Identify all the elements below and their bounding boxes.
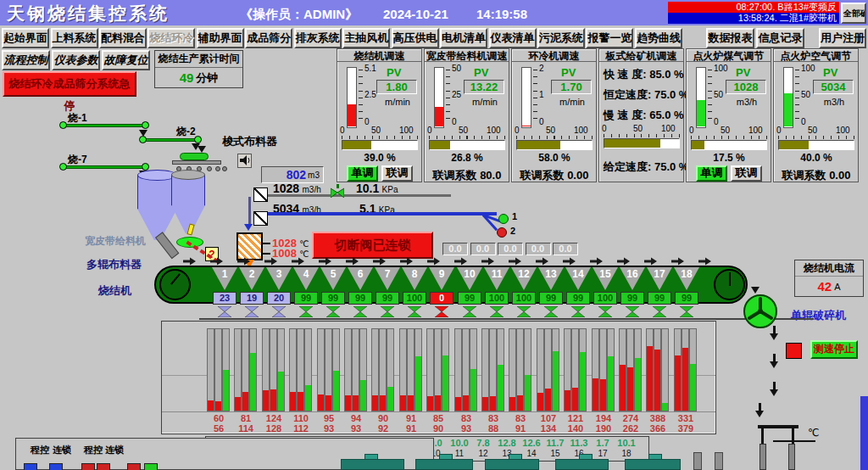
- chart-temp2-value: 93: [452, 423, 481, 434]
- chart-temp1-value: 331: [671, 413, 700, 423]
- chart-temp2-value: 91: [397, 423, 426, 434]
- single-mode-button[interactable]: 单调: [696, 165, 727, 182]
- menu-tab-14[interactable]: 趋势曲线: [635, 28, 682, 48]
- windbox-index: 17: [590, 449, 615, 458]
- linked-coeff-label: 联调系数 0.00: [512, 168, 597, 183]
- scale-max: 100: [714, 64, 728, 73]
- menu-tab-9[interactable]: 高压供电: [392, 28, 439, 48]
- pv-value: 1.70: [551, 80, 592, 94]
- menu-tab-13[interactable]: 报警一览: [586, 28, 633, 48]
- setpoint-percent: 17.5 %: [687, 152, 771, 164]
- pv-unit: m3/h: [815, 97, 854, 107]
- spare-value-box-1: 0.0: [442, 243, 468, 255]
- bar-temp1: [537, 393, 543, 411]
- menu-user-register[interactable]: 用户注册: [819, 28, 866, 48]
- windbox-number-12: 12: [515, 268, 532, 280]
- prog-indicator-2[interactable]: [49, 463, 63, 470]
- menu-tab-10[interactable]: 电机清单: [440, 28, 487, 48]
- linked-mode-button[interactable]: 联调: [381, 165, 413, 182]
- pv-label: PV: [823, 66, 837, 79]
- prog-indicator-6[interactable]: [144, 463, 158, 470]
- menu-tab-6[interactable]: 成品筛分: [245, 28, 292, 48]
- menu-report-2[interactable]: 信息记录: [756, 28, 804, 48]
- scale-mid: 25: [452, 90, 461, 99]
- down-arrow-icon: [770, 361, 778, 372]
- flow-meter-icon: [253, 211, 268, 226]
- prog-indicator-3[interactable]: [81, 463, 95, 470]
- menu-tab-8[interactable]: 主抽风机: [342, 28, 390, 48]
- flow-arrow-icon: [590, 256, 604, 265]
- prog-indicator-4[interactable]: [97, 463, 110, 470]
- windbox-value-16: 99: [620, 292, 644, 305]
- prog-indicator-1[interactable]: [24, 463, 37, 470]
- linked-mode-button[interactable]: 联调: [731, 165, 762, 182]
- flow-arrow-icon: [454, 256, 468, 265]
- bar-temp2: [545, 389, 551, 411]
- flow-arrow-icon: [237, 256, 251, 265]
- down-arrow-icon: [139, 130, 147, 141]
- windbox-valve-icon-3: [272, 306, 286, 317]
- windbox-number-13: 13: [542, 268, 559, 280]
- chart-temp1-value: 85: [424, 413, 453, 423]
- gas-tank-volume-unit: m3: [308, 171, 320, 180]
- crusher-stop-indicator[interactable]: [786, 343, 802, 359]
- pv-value: 1028: [726, 80, 766, 94]
- alarm-banner[interactable]: 08:27:00. B路13#变频反 13:58:24. 二混1#胶带机: [668, 2, 839, 24]
- instrument-params-button[interactable]: 仪表参数: [52, 50, 100, 70]
- setpoint-bar-fill: [604, 139, 660, 148]
- pv-value: 5034: [813, 80, 854, 94]
- wide-belt-feeder-label: 宽皮带给料机: [85, 234, 146, 249]
- blue-edge-strip: [860, 396, 868, 470]
- prog-indicator-5[interactable]: [127, 463, 141, 470]
- windbox-value-6: 99: [348, 292, 372, 305]
- ruler-50: 50: [546, 126, 555, 135]
- spare-value-box-4: 0.0: [526, 243, 551, 255]
- menu-tab-12[interactable]: 污泥系统: [537, 28, 585, 48]
- windbox-index: 18: [614, 449, 639, 458]
- chart-temp1-value: 274: [616, 413, 645, 423]
- title-bar: 天钢烧结集控系统 《操作员：ADMIN》 2024-10-21 14:19:58…: [0, 0, 868, 25]
- windbox-valve-icon-15: [598, 306, 612, 317]
- chart-temp2-value: 93: [342, 423, 370, 434]
- emergency-stop-button[interactable]: 烧结环冷成品筛分系统急停: [3, 71, 136, 97]
- speed-stop-button[interactable]: 测速停止: [810, 340, 858, 359]
- menu-tab-2[interactable]: 上料系统: [51, 28, 98, 48]
- menu-report-1[interactable]: 数据报表: [706, 28, 754, 48]
- menu-tab-1[interactable]: 起始界面: [2, 28, 49, 48]
- ack-all-button[interactable]: 全部确认: [841, 3, 866, 24]
- time-label: 14:19:58: [476, 7, 527, 21]
- thermometer-fill: [522, 126, 531, 126]
- chart-temp1-value: 90: [369, 413, 398, 423]
- windbox-valve-icon-14: [571, 306, 585, 317]
- pv-unit: m3/h: [727, 97, 766, 107]
- fault-reset-button[interactable]: 故障复位: [102, 50, 150, 70]
- menu-tab-7[interactable]: 排灰系统: [294, 28, 342, 48]
- single-mode-button[interactable]: 单调: [347, 165, 378, 182]
- thermometer-fill: [784, 93, 793, 126]
- shuttle-wheel: [215, 166, 220, 171]
- shuttle-wheel: [207, 166, 212, 171]
- chart-bar-track: [207, 328, 214, 411]
- bar-pressure: [305, 385, 311, 411]
- furnace-line: [263, 253, 270, 255]
- bar-temp2: [654, 350, 660, 411]
- windbox-number-18: 18: [678, 268, 695, 280]
- menu-tab-4[interactable]: 烧结环冷: [147, 28, 195, 48]
- menu-tab-3[interactable]: 配料混合: [99, 28, 147, 48]
- menu-tab-5[interactable]: 辅助界面: [197, 28, 244, 48]
- belt-drum-left: [159, 269, 191, 300]
- flow-control-button[interactable]: 流程控制: [2, 50, 50, 70]
- bar-temp2: [490, 396, 496, 411]
- bar-temp1: [235, 397, 241, 411]
- menu-tab-11[interactable]: 仪表清单: [489, 28, 537, 48]
- app-title: 天钢烧结集控系统: [7, 2, 170, 25]
- pressure-value: 10.1: [614, 438, 639, 448]
- bar-temp1: [455, 397, 461, 411]
- bar-temp1: [208, 400, 214, 411]
- cutoff-valve-interlock-button[interactable]: 切断阀已连锁: [312, 232, 433, 259]
- ruler-50: 50: [721, 126, 730, 135]
- flow-arrow-icon: [183, 256, 197, 265]
- ruler-100: 100: [661, 124, 676, 133]
- point-1-indicator: [498, 214, 509, 224]
- flow-arrow-icon: [671, 256, 685, 265]
